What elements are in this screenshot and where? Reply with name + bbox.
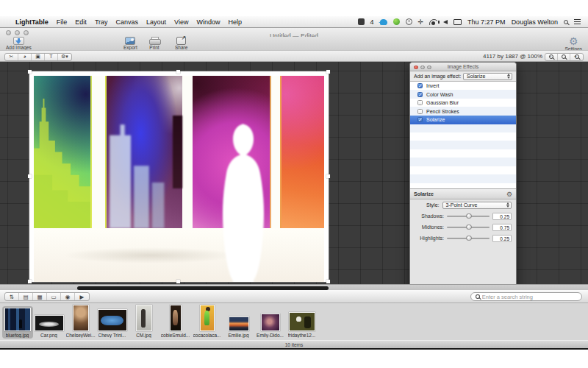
pencil-strokes-checkbox[interactable] [417,109,423,114]
thumbnail-image[interactable] [200,305,215,331]
gaussian-blur-checkbox[interactable] [417,100,423,105]
effect-row-color-wash[interactable]: Color Wash [410,91,516,99]
horizontal-scrollbar[interactable] [0,284,588,290]
shadows-value[interactable]: 0.25 [492,213,512,220]
folder-icon[interactable]: ▭ [47,293,61,300]
thumbnail-emily[interactable]: Emily-Dido... [254,303,286,340]
green-status-icon[interactable] [393,18,400,25]
panel-title-bar[interactable]: Image Effects [410,63,516,71]
thumbnail-image[interactable] [261,314,280,331]
canvas[interactable]: Image Effects Add an image effect: Solar… [0,62,588,284]
panel-zoom-button[interactable] [427,66,431,70]
solarize-checkbox[interactable] [417,117,423,122]
selection-handle[interactable] [28,174,32,178]
menu-window[interactable]: Window [196,18,220,26]
grid-view-icon[interactable]: ▦ [33,293,47,300]
add-effect-popup[interactable]: Solarize [463,73,512,80]
thumbnail-image[interactable] [229,316,249,331]
scrollbar-thumb[interactable] [77,286,329,290]
info-icon[interactable]: ◉ [61,293,75,300]
panel-minimize-button[interactable] [420,66,425,70]
loupe-tool-icon[interactable]: ◕ [18,53,32,60]
sort-icon[interactable]: ⇅ [5,293,19,300]
selection-handle[interactable] [176,70,180,74]
thumbnail-bluefog[interactable]: bluefog.jpg [1,303,33,340]
minimize-button[interactable] [15,30,20,35]
settings-button[interactable]: ⚙ Settings [565,37,583,52]
slideshow-play-icon[interactable]: ▶ [75,293,89,300]
notification-center-icon[interactable] [574,19,581,24]
midtones-value[interactable]: 0.75 [492,224,512,231]
selection-handle[interactable] [28,70,32,74]
selection-handle[interactable] [28,280,32,283]
thumbnail-cobie[interactable]: cobieSmuld... [159,303,191,340]
thumbnail-image[interactable] [35,315,64,331]
thumbnail-cocacola[interactable]: cocacolaca... [191,303,223,340]
solarize-options-gear-icon[interactable]: ⚙ [506,191,512,198]
search-field[interactable] [470,292,582,301]
display-icon[interactable] [453,19,462,25]
menu-help[interactable]: Help [228,18,242,26]
panel-close-button[interactable] [414,66,418,70]
thumbnail-image[interactable] [136,305,152,331]
selection-handle[interactable] [326,280,330,283]
menu-view[interactable]: View [174,18,188,26]
export-button[interactable]: Export [123,37,137,50]
thumbnail-chelsey[interactable]: ChelseyWei... [65,303,96,340]
menu-canvas[interactable]: Canvas [116,18,139,26]
title-bar[interactable]: Untitled — Edited [0,28,588,37]
thumbnail-image[interactable] [170,305,182,331]
style-popup[interactable]: 3-Point Curve [442,202,512,209]
selection-handle[interactable] [326,70,330,74]
thumbnail-image[interactable] [4,308,31,331]
thumbnail-image[interactable] [289,312,315,331]
effect-row-pencil-strokes[interactable]: Pencil Strokes [410,107,516,116]
thumbnail-cm[interactable]: CM.jpg [128,303,159,340]
effect-row-gaussian-blur[interactable]: Gaussian Blur [410,99,516,107]
thumbnail-emilie[interactable]: Emilie.jpg [223,303,254,340]
wifi-icon[interactable] [429,19,437,25]
zoom-button[interactable] [24,30,29,35]
color-wash-checkbox[interactable] [417,92,423,97]
accessibility-icon[interactable]: ✛ [418,18,424,26]
shadows-slider[interactable] [447,213,490,219]
text-tool-icon[interactable]: T [45,53,58,60]
invert-checkbox[interactable] [417,83,423,88]
menu-app-name[interactable]: LightTable [15,18,49,26]
thumbnail-image[interactable] [98,309,127,331]
search-input[interactable] [482,294,577,300]
selection-handle[interactable] [326,174,330,178]
thumbnail-image[interactable] [73,305,89,331]
menu-file[interactable]: File [57,18,68,26]
tag-icon[interactable]: ▤ [19,293,33,300]
selection-handle[interactable] [176,280,180,283]
add-images-button[interactable]: Add Images [6,37,32,50]
menu-user[interactable]: Douglas Welton [512,18,558,26]
volume-icon[interactable] [443,20,448,24]
menu-edit[interactable]: Edit [75,18,87,26]
spotlight-icon[interactable] [564,20,568,24]
menu-tray[interactable]: Tray [95,18,108,26]
menu-extra-app-icon[interactable] [358,18,365,25]
actions-gear-icon[interactable]: ⚙▾ [58,53,71,60]
effect-row-solarize[interactable]: Solarize [410,116,516,124]
highlights-value[interactable]: 0.25 [492,235,512,242]
thumbnail-car[interactable]: Car.png [33,303,65,340]
twitter-icon[interactable] [380,19,387,25]
thumbnail-friday[interactable]: fridaythe12... [286,303,318,340]
stamp-tool-icon[interactable]: ▣ [32,53,45,60]
thumbnail-chevy[interactable]: Chevy Trini... [96,303,128,340]
slider-knob[interactable] [466,236,472,241]
menu-layout[interactable]: Layout [146,18,166,26]
print-button[interactable]: Print [149,37,159,50]
share-button[interactable]: Share [175,37,187,50]
cut-tool-icon[interactable]: ✂ [5,53,18,60]
time-machine-icon[interactable] [406,18,412,25]
midtones-slider[interactable] [447,224,490,230]
zoom-in-icon[interactable]: + [570,54,583,60]
highlights-slider[interactable] [447,235,490,241]
slider-knob[interactable] [466,213,472,219]
zoom-fit-icon[interactable] [558,54,570,60]
close-button[interactable] [6,30,11,35]
effect-row-invert[interactable]: Invert [410,82,516,91]
